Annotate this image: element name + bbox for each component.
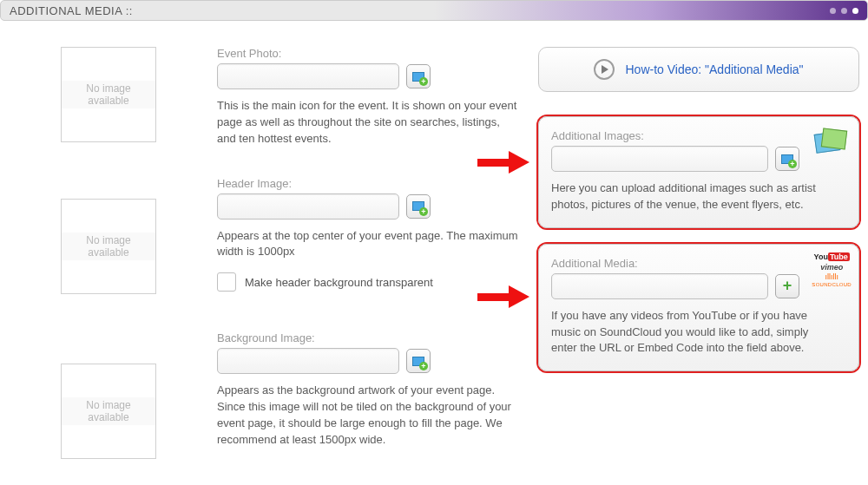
- additional-media-input[interactable]: [551, 273, 768, 299]
- section-header: ADDITIONAL MEDIA ::: [0, 0, 868, 21]
- side-column: How-to Video: "Additional Media" Additio…: [538, 47, 868, 485]
- additional-images-upload-button[interactable]: +: [775, 147, 799, 171]
- no-image-label: No image available: [62, 397, 155, 426]
- header-image-upload-button[interactable]: +: [406, 194, 431, 219]
- plus-badge-icon: +: [419, 207, 428, 216]
- content: No image available No image available No…: [0, 21, 868, 485]
- additional-media-label: Additional Media:: [551, 257, 846, 270]
- soundcloud-text-icon: SOUNDCLOUD: [812, 282, 852, 288]
- additional-images-input[interactable]: [551, 146, 768, 172]
- additional-images-help: Here you can upload additional images su…: [551, 180, 829, 213]
- event-photo-help: This is the main icon for the event. It …: [217, 98, 521, 147]
- background-image-label: Background Image:: [217, 331, 521, 344]
- additional-media-panel: YouTube vimeo ıllıllı SOUNDCLOUD Additio…: [538, 244, 859, 372]
- background-image-block: Background Image: + Appears as the backg…: [217, 331, 521, 448]
- section-title: ADDITIONAL MEDIA ::: [10, 4, 133, 17]
- additional-images-label: Additional Images:: [551, 129, 846, 142]
- youtube-logo-icon: YouTube: [812, 253, 852, 262]
- background-image-upload-button[interactable]: +: [406, 349, 431, 373]
- plus-badge-icon: +: [788, 160, 797, 168]
- no-image-label: No image available: [62, 81, 155, 109]
- background-image-help: Appears as the background artwork of you…: [217, 383, 521, 448]
- event-photo-label: Event Photo:: [217, 47, 521, 60]
- play-icon: [594, 59, 615, 80]
- howto-video-link[interactable]: How-to Video: "Additional Media": [625, 62, 803, 76]
- thumbnails-column: No image available No image available No…: [0, 47, 217, 485]
- soundcloud-logo-icon: ıllıllı: [812, 273, 852, 282]
- event-photo-upload-button[interactable]: +: [406, 64, 431, 88]
- plus-badge-icon: +: [419, 77, 428, 86]
- media-service-logos: YouTube vimeo ıllıllı SOUNDCLOUD: [812, 253, 852, 288]
- header-image-help: Appears at the top center of your event …: [217, 228, 521, 261]
- event-photo-block: Event Photo: + This is the main icon for…: [217, 47, 521, 147]
- background-image-input[interactable]: [217, 348, 399, 374]
- header-dots: [830, 8, 858, 14]
- howto-video-box[interactable]: How-to Video: "Additional Media": [538, 47, 859, 92]
- transparent-bg-checkbox[interactable]: [217, 272, 236, 292]
- no-image-label: No image available: [62, 233, 155, 261]
- header-image-thumbnail[interactable]: No image available: [61, 199, 156, 294]
- additional-images-panel: Additional Images: + Here you can upload…: [538, 116, 859, 228]
- form-column: Event Photo: + This is the main icon for…: [217, 47, 538, 485]
- event-photo-input[interactable]: [217, 63, 399, 89]
- dot-icon: [852, 8, 858, 14]
- transparent-bg-checkbox-label: Make header background transparent: [245, 276, 433, 289]
- plus-badge-icon: +: [419, 362, 428, 370]
- vimeo-logo-icon: vimeo: [812, 264, 852, 272]
- header-image-input[interactable]: [217, 193, 399, 220]
- event-photo-thumbnail[interactable]: No image available: [61, 47, 156, 142]
- plus-icon: +: [783, 277, 792, 295]
- dot-icon: [841, 8, 847, 14]
- additional-media-help: If you have any videos from YouTube or i…: [551, 308, 820, 357]
- header-image-label: Header Image:: [217, 177, 521, 190]
- additional-media-add-button[interactable]: +: [775, 274, 799, 298]
- dot-icon: [830, 8, 836, 14]
- photos-icon: [813, 126, 848, 161]
- background-image-thumbnail[interactable]: No image available: [61, 364, 156, 459]
- header-image-block: Header Image: + Appears at the top cente…: [217, 177, 521, 292]
